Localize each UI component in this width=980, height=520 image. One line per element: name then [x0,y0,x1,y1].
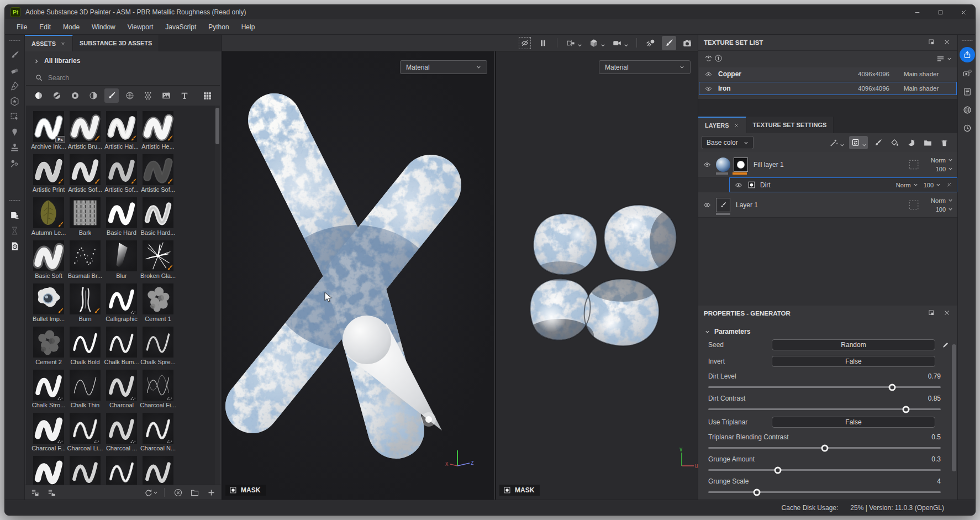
layer-effect-row-dirt[interactable]: Dirt Norm 100 [729,177,957,192]
pending-resources-button[interactable] [7,223,23,238]
asset-item-artistic-bru[interactable]: Artistic Bru... [67,111,103,154]
tab-texture-set-settings[interactable]: TEXTURE SET SETTINGS [746,117,834,133]
slider-handle[interactable] [821,444,828,451]
asset-item-cement-1[interactable]: Cement 1 [140,283,176,327]
opacity-dropdown[interactable]: 100 [936,206,953,213]
selection-tool-button[interactable] [7,109,23,124]
tab-close-icon[interactable] [60,41,66,46]
asset-item-charcoal[interactable]: Charcoal ... [103,413,140,456]
slider-handle[interactable] [774,466,782,474]
paint-layer-thumbnail[interactable] [716,198,730,212]
param-slider[interactable] [708,408,941,410]
brush-filter-button[interactable] [104,88,119,103]
clear-filter-button[interactable] [172,487,183,498]
smart-material-filter-button[interactable] [50,88,64,103]
mesh-view-button[interactable] [587,36,607,50]
display-settings-button[interactable] [960,66,974,81]
asset-item-basmati-br[interactable]: Basmati Br... [67,240,103,283]
shader-settings-button[interactable] [960,85,974,99]
param-slider[interactable] [708,491,941,493]
opacity-dropdown[interactable]: 100 [936,166,953,172]
tab-layers[interactable]: LAYERS [698,117,746,133]
smart-mask-filter-button[interactable] [68,88,82,103]
parameters-section[interactable]: Parameters [698,321,957,337]
param-value-button[interactable]: False [772,417,935,428]
grip-handle[interactable] [9,198,21,203]
camera-view-button[interactable] [610,36,630,50]
tab-assets[interactable]: ASSETS [25,35,73,51]
resources-updater-button[interactable] [7,238,23,254]
add-asset-button[interactable] [206,487,217,498]
asset-item[interactable] [30,456,67,485]
asset-item[interactable] [140,456,176,485]
slider-handle[interactable] [754,489,761,496]
menu-file[interactable]: File [10,20,33,34]
menu-mode[interactable]: Mode [57,20,86,34]
assets-scrollbar[interactable] [215,106,220,485]
viewer-settings-button[interactable] [960,103,974,117]
asset-item-chalk-thin[interactable]: Chalk Thin [67,370,103,413]
delete-layer-button[interactable] [937,136,951,149]
assets-view-toggle[interactable] [200,88,214,103]
viewport-3d[interactable]: Material MASK X Z [222,51,494,500]
asset-item-charcoal-fi[interactable]: Charcoal Fi... [140,370,176,413]
split-view-button[interactable] [564,36,583,50]
solo-view-icon[interactable] [714,54,724,64]
layer-visibility-icon[interactable] [703,160,712,169]
font-filter-button[interactable] [177,88,192,103]
asset-item-blur[interactable]: Blur [103,240,140,283]
close-button[interactable] [952,5,975,19]
close-panel-icon[interactable] [943,309,952,318]
asset-item-artistic-print[interactable]: Artistic Print [30,154,67,197]
minimize-button[interactable] [905,5,929,19]
tab-close-icon[interactable] [734,123,739,128]
channel-filter-dropdown[interactable]: Base color [702,136,754,149]
grip-handle[interactable] [9,38,21,43]
asset-item-artistic-sof[interactable]: Artistic Sof... [67,154,103,197]
asset-item[interactable] [103,456,140,485]
search-input[interactable] [48,74,212,82]
material-thumbnail[interactable] [716,157,730,172]
shader-mode-dropdown-2d[interactable]: Material [599,60,691,74]
tab-substance-3d-assets[interactable]: SUBSTANCE 3D ASSETS [73,35,159,51]
particles-tool-button[interactable] [644,36,658,50]
menu-edit[interactable]: Edit [33,20,57,34]
uv-tiling-icon[interactable] [908,199,920,211]
mask-thumbnail[interactable] [734,157,748,172]
asset-item[interactable] [67,456,103,485]
uv-tiling-icon[interactable] [908,159,920,171]
history-button[interactable] [960,121,974,135]
param-value-button[interactable]: False [772,356,935,367]
assets-scrollbar-handle[interactable] [215,108,219,144]
visibility-sync-icon[interactable] [704,54,714,64]
slider-handle[interactable] [888,384,895,391]
grip-handle[interactable] [961,38,973,43]
menu-python[interactable]: Python [202,20,235,34]
paint-tool-button[interactable] [7,47,23,62]
param-slider[interactable] [708,447,941,449]
layer-visibility-icon[interactable] [703,201,712,209]
filter-filter-button[interactable] [86,88,101,103]
asset-item-charcoal-f[interactable]: Charcoal F... [30,413,67,456]
asset-item-cement-2[interactable]: Cement 2 [30,327,67,370]
asset-item-chalk-bold[interactable]: Chalk Bold [67,327,103,370]
slider-handle[interactable] [902,406,909,413]
asset-item-charcoal-li[interactable]: Charcoal Li... [67,413,103,456]
import-resources-button[interactable] [29,487,40,498]
blend-mode-dropdown[interactable]: Norm [896,182,918,188]
asset-item-artistic-sof[interactable]: Artistic Sof... [140,154,176,197]
remove-effect-icon[interactable] [946,182,952,188]
polygon-fill-tool-button[interactable] [7,93,23,109]
symmetry-button[interactable] [518,36,532,50]
edit-pencil-icon[interactable] [942,341,950,349]
menu-javascript[interactable]: JavaScript [159,20,202,34]
add-generator-button[interactable] [849,136,868,149]
asset-item-archive-ink[interactable]: PsArchive Ink... [30,111,67,154]
asset-item-chalk-bum[interactable]: Chalk Bum... [103,327,140,370]
list-options-icon[interactable] [936,54,946,64]
undock-panel-icon[interactable] [928,309,936,318]
asset-item-basic-hard[interactable]: Basic Hard [103,197,140,240]
shader-mode-dropdown-3d[interactable]: Material [400,60,487,74]
projection-tool-button[interactable] [7,78,23,93]
add-paint-button[interactable] [871,136,884,149]
